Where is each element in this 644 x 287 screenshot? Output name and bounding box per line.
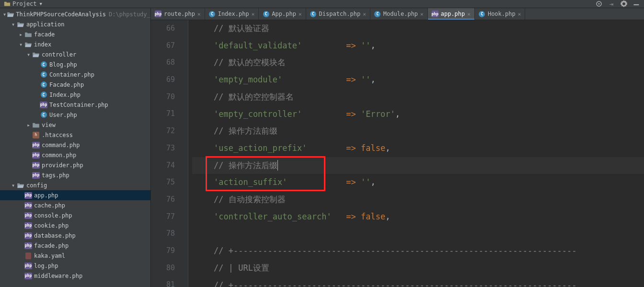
hide-icon[interactable]: — bbox=[632, 0, 640, 8]
tree-common[interactable]: ▸phpcommon.php bbox=[0, 150, 150, 160]
close-icon[interactable]: ✕ bbox=[252, 11, 255, 17]
tree-facade2[interactable]: ▸phpfacade.php bbox=[0, 241, 150, 251]
line-number: 78 bbox=[157, 225, 175, 242]
tree-view[interactable]: ▸view bbox=[0, 120, 150, 130]
line-number: 69 bbox=[157, 71, 175, 89]
line-number: 73 bbox=[157, 140, 175, 157]
text-caret bbox=[277, 160, 278, 171]
file-icon: C bbox=[209, 11, 216, 17]
project-title[interactable]: Project bbox=[12, 0, 37, 7]
tree-middleware[interactable]: ▸phpmiddleware.php bbox=[0, 271, 150, 281]
tree-user[interactable]: ▸CUser.php bbox=[0, 110, 150, 120]
file-icon: C bbox=[310, 11, 317, 17]
line-number: 76 bbox=[157, 191, 175, 208]
code-line[interactable]: 'action_suffix' => '', bbox=[192, 174, 644, 191]
line-number: 80 bbox=[157, 260, 175, 277]
tree-console[interactable]: ▸phpconsole.php bbox=[0, 210, 150, 220]
project-toolbar: Project ▼ ⇥ — bbox=[0, 0, 644, 8]
code-line[interactable]: // 默认的空控制器名 bbox=[192, 89, 644, 106]
tree-cookie[interactable]: ▸phpcookie.php bbox=[0, 220, 150, 230]
tab-hook-php[interactable]: CHook.php✕ bbox=[475, 8, 525, 20]
tab-module-php[interactable]: CModule.php✕ bbox=[370, 8, 428, 20]
code-line[interactable]: // 默认验证器 bbox=[192, 20, 644, 37]
tree-htaccess[interactable]: ▸h.htaccess bbox=[0, 130, 150, 140]
tab-dispatch-php[interactable]: CDispatch.php✕ bbox=[306, 8, 370, 20]
tree-index[interactable]: ▾index bbox=[0, 39, 150, 49]
close-icon[interactable]: ✕ bbox=[518, 11, 521, 17]
tree-log[interactable]: ▸phplog.php bbox=[0, 261, 150, 271]
code-line[interactable]: 'default_validate' => '', bbox=[192, 37, 644, 55]
tree-application[interactable]: ▾application bbox=[0, 19, 150, 29]
code-line[interactable]: 'use_action_prefix' => false, bbox=[192, 140, 644, 157]
close-icon[interactable]: ✕ bbox=[420, 11, 424, 17]
close-icon[interactable]: ✕ bbox=[299, 11, 302, 17]
line-number: 77 bbox=[157, 208, 175, 226]
tab-index-php[interactable]: CIndex.php✕ bbox=[205, 8, 259, 20]
tree-index-php[interactable]: ▸CIndex.php bbox=[0, 90, 150, 100]
marker-column bbox=[151, 20, 157, 287]
tree-app[interactable]: ▸phpapp.php bbox=[0, 190, 150, 200]
tree-cache[interactable]: ▸phpcache.php bbox=[0, 200, 150, 210]
tree-container[interactable]: ▸CContainer.php bbox=[0, 69, 150, 80]
tab-app-php[interactable]: phpapp.php✕ bbox=[428, 8, 475, 20]
fold-column bbox=[181, 20, 188, 287]
gutter: 66676869707172737475767778798081 bbox=[157, 20, 181, 287]
file-icon: C bbox=[263, 11, 269, 17]
tree-controller[interactable]: ▾controller bbox=[0, 49, 150, 59]
code-body[interactable]: // 默认验证器'default_validate' => '',// 默认的空… bbox=[188, 20, 644, 287]
line-number: 75 bbox=[157, 174, 175, 191]
file-icon: C bbox=[374, 11, 381, 17]
project-dropdown-icon[interactable]: ▼ bbox=[40, 1, 42, 6]
line-number: 72 bbox=[157, 123, 175, 140]
tree-root[interactable]: ▾ThinkPHPSourceCodeAnalysisD:\phpstudy_p bbox=[0, 9, 150, 19]
code-line[interactable]: 'empty_module' => '', bbox=[192, 71, 644, 89]
line-number: 67 bbox=[157, 37, 175, 55]
line-number: 74 bbox=[157, 157, 175, 174]
tree-command[interactable]: ▸phpcommand.php bbox=[0, 140, 150, 150]
code-line[interactable]: // | URL设置 bbox=[192, 260, 644, 277]
line-number: 66 bbox=[157, 20, 175, 37]
scroll-from-source-icon[interactable] bbox=[595, 0, 603, 8]
line-number: 71 bbox=[157, 105, 175, 123]
tab-route-php[interactable]: phproute.php✕ bbox=[151, 8, 205, 20]
line-number: 79 bbox=[157, 242, 175, 260]
tree-kaka[interactable]: ▸kaka.yaml bbox=[0, 251, 150, 261]
tree-testcontainer[interactable]: ▸phpTestContainer.php bbox=[0, 100, 150, 110]
code-line[interactable]: 'controller_auto_search' => false, bbox=[192, 208, 644, 226]
code-line[interactable]: 'empty_controller' => 'Error', bbox=[192, 106, 644, 123]
code-line[interactable]: // 自动搜索控制器 bbox=[192, 191, 644, 208]
project-tree[interactable]: ▾ThinkPHPSourceCodeAnalysisD:\phpstudy_p… bbox=[0, 8, 151, 287]
line-number: 70 bbox=[157, 89, 175, 106]
tab-app-php[interactable]: CApp.php✕ bbox=[259, 8, 306, 20]
tree-blog[interactable]: ▸CBlog.php bbox=[0, 59, 150, 69]
code-line[interactable]: // 操作方法后缀 bbox=[192, 157, 644, 174]
tree-tags[interactable]: ▸phptags.php bbox=[0, 170, 150, 180]
project-icon bbox=[4, 0, 11, 7]
toolbar-split-icon[interactable]: ⇥ bbox=[608, 0, 615, 8]
tree-provider[interactable]: ▸phpprovider.php bbox=[0, 160, 150, 170]
file-icon: C bbox=[479, 11, 485, 17]
code-line[interactable]: // +------------------------------------… bbox=[192, 277, 644, 287]
close-icon[interactable]: ✕ bbox=[363, 11, 366, 17]
code-line[interactable]: // 操作方法前缀 bbox=[192, 123, 644, 140]
file-icon: php bbox=[155, 11, 161, 17]
close-icon[interactable]: ✕ bbox=[467, 11, 471, 17]
code-line[interactable]: // 默认的空模块名 bbox=[192, 54, 644, 71]
line-number: 81 bbox=[157, 276, 175, 287]
line-number: 68 bbox=[157, 54, 175, 71]
file-icon: php bbox=[432, 11, 438, 17]
tree-config[interactable]: ▾config bbox=[0, 180, 150, 190]
editor-tabs: phproute.php✕CIndex.php✕CApp.php✕CDispat… bbox=[151, 8, 644, 20]
tree-facade-php[interactable]: ▸CFacade.php bbox=[0, 80, 150, 90]
code-line[interactable] bbox=[192, 225, 644, 242]
tree-database[interactable]: ▸phpdatabase.php bbox=[0, 230, 150, 241]
code-editor[interactable]: 66676869707172737475767778798081 // 默认验证… bbox=[151, 20, 644, 287]
gear-icon[interactable] bbox=[620, 0, 628, 8]
tree-facade[interactable]: ▸facade bbox=[0, 29, 150, 39]
close-icon[interactable]: ✕ bbox=[197, 11, 201, 17]
svg-point-1 bbox=[598, 3, 600, 5]
code-line[interactable]: // +------------------------------------… bbox=[192, 242, 644, 260]
